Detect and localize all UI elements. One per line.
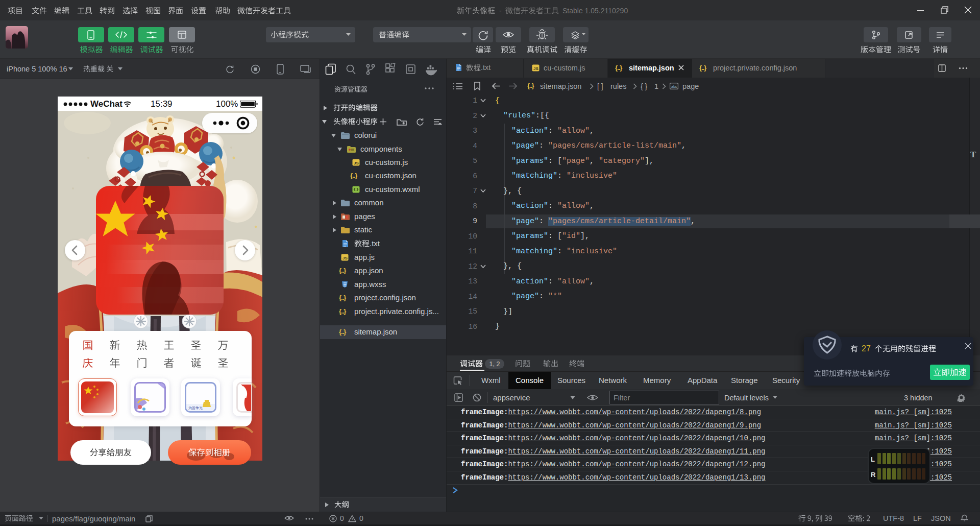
svg-text:为国争光: 为国争光 (188, 406, 203, 410)
svg-text:abc: abc (671, 85, 677, 88)
svg-text:JS: JS (533, 66, 538, 71)
svg-text:JS: JS (342, 256, 348, 260)
svg-text:JS: JS (354, 161, 359, 165)
